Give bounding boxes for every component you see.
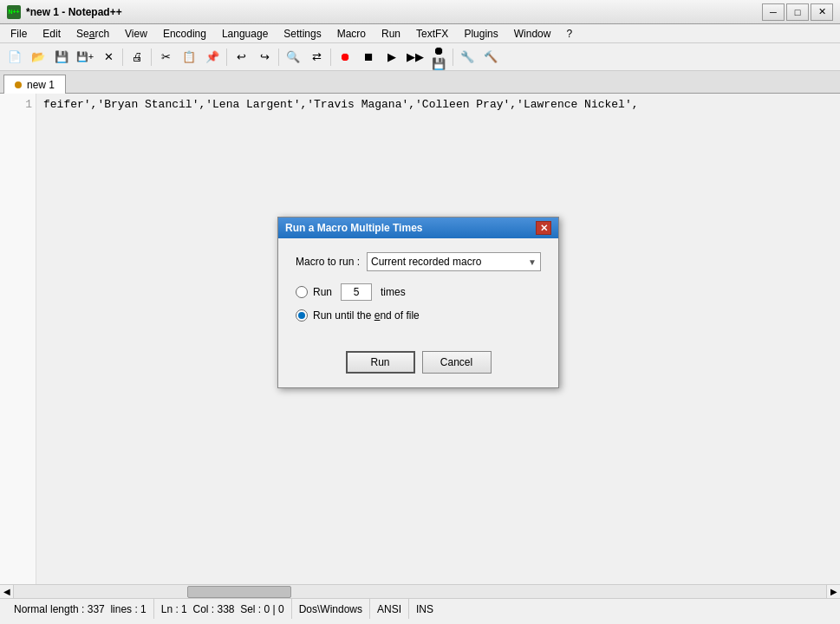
menu-textfx[interactable]: TextFX <box>409 24 455 42</box>
toolbar-save-all[interactable]: 💾+ <box>74 46 96 68</box>
minimize-button[interactable]: ─ <box>762 3 785 21</box>
menu-macro[interactable]: Macro <box>330 24 373 42</box>
toolbar-separator-6 <box>453 49 453 66</box>
macro-select-row: Macro to run : Current recorded macro ▼ <box>296 252 541 271</box>
dialog-buttons: Run Cancel <box>278 344 558 387</box>
toolbar: 📄 📂 💾 💾+ ✕ 🖨 ✂ 📋 📌 ↩ ↪ 🔍 ⇄ ⏺ ⏹ ▶ ▶▶ ⏺💾 🔧… <box>0 43 840 71</box>
macro-dropdown[interactable]: Current recorded macro ▼ <box>367 252 541 271</box>
toolbar-save-macro[interactable]: ⏺💾 <box>427 46 450 68</box>
toolbar-new[interactable]: 📄 <box>3 46 26 68</box>
toolbar-play-multi[interactable]: ▶▶ <box>404 46 427 68</box>
tab-modified-indicator <box>15 81 22 88</box>
toolbar-replace[interactable]: ⇄ <box>305 46 328 68</box>
status-mode: INS <box>409 599 440 619</box>
menu-bar: File Edit Search View Encoding Language … <box>0 24 840 43</box>
cancel-button[interactable]: Cancel <box>422 351 492 374</box>
toolbar-zoom-out[interactable]: 🔨 <box>479 46 502 68</box>
run-until-row: Run until the end of file <box>296 309 541 322</box>
close-button[interactable]: ✕ <box>811 3 833 21</box>
toolbar-undo[interactable]: ↩ <box>230 46 252 68</box>
run-times-label: Run <box>313 286 332 298</box>
toolbar-separator-2 <box>151 49 152 66</box>
menu-language[interactable]: Language <box>215 24 275 42</box>
toolbar-separator-1 <box>122 49 123 66</box>
toolbar-separator-5 <box>330 49 331 66</box>
menu-edit[interactable]: Edit <box>36 24 68 42</box>
tab-bar: new 1 <box>0 71 840 94</box>
toolbar-stop[interactable]: ⏹ <box>357 46 380 68</box>
menu-plugins[interactable]: Plugins <box>457 24 505 42</box>
menu-run[interactable]: Run <box>374 24 407 42</box>
run-times-row: Run times <box>296 283 541 301</box>
line-number-1: 1 <box>3 97 32 113</box>
status-position: Ln : 1 Col : 338 Sel : 0 | 0 <box>154 599 292 619</box>
dropdown-arrow-icon: ▼ <box>528 257 537 267</box>
toolbar-save[interactable]: 💾 <box>50 46 73 68</box>
dialog-body: Macro to run : Current recorded macro ▼ … <box>278 238 558 344</box>
toolbar-print[interactable]: 🖨 <box>126 46 148 68</box>
code-line-1: feifer','Bryan Stancil','Lena Largent','… <box>43 97 833 113</box>
menu-view[interactable]: View <box>118 24 154 42</box>
toolbar-close[interactable]: ✕ <box>97 46 120 68</box>
menu-search[interactable]: Search <box>69 24 116 42</box>
maximize-button[interactable]: □ <box>786 3 809 21</box>
toolbar-zoom-in[interactable]: 🔧 <box>456 46 479 68</box>
run-times-input[interactable] <box>341 283 372 301</box>
toolbar-play[interactable]: ▶ <box>381 46 403 68</box>
menu-settings[interactable]: Settings <box>277 24 328 42</box>
run-until-radio[interactable] <box>296 309 308 322</box>
toolbar-record[interactable]: ⏺ <box>334 46 356 68</box>
toolbar-redo[interactable]: ↪ <box>253 46 276 68</box>
dialog-title-text: Run a Macro Multiple Times <box>285 222 422 234</box>
macro-dialog: Run a Macro Multiple Times ✕ Macro to ru… <box>277 217 559 388</box>
menu-help[interactable]: ? <box>559 24 579 42</box>
menu-file[interactable]: File <box>3 24 34 42</box>
scroll-thumb[interactable] <box>187 586 291 598</box>
menu-window[interactable]: Window <box>507 24 558 42</box>
toolbar-paste[interactable]: 📌 <box>201 46 224 68</box>
horizontal-scrollbar[interactable]: ◀ ▶ <box>0 584 840 598</box>
status-normal-length: Normal length : 337 lines : 1 <box>7 599 154 619</box>
run-until-label: Run until the end of file <box>313 309 420 322</box>
run-button[interactable]: Run <box>346 351 415 374</box>
dialog-close-button[interactable]: ✕ <box>536 221 551 235</box>
menu-encoding[interactable]: Encoding <box>156 24 213 42</box>
title-bar: N++ *new 1 - Notepad++ ─ □ ✕ <box>0 0 840 24</box>
toolbar-open[interactable]: 📂 <box>27 46 49 68</box>
scroll-left-button[interactable]: ◀ <box>0 585 14 599</box>
status-encoding: Dos\Windows <box>292 599 370 619</box>
toolbar-separator-3 <box>226 49 227 66</box>
status-charset: ANSI <box>370 599 409 619</box>
times-suffix-label: times <box>381 286 406 298</box>
tab-new1[interactable]: new 1 <box>3 75 66 94</box>
toolbar-separator-4 <box>278 49 279 66</box>
line-numbers: 1 <box>0 94 36 584</box>
dialog-title-bar[interactable]: Run a Macro Multiple Times ✕ <box>278 218 558 238</box>
toolbar-copy[interactable]: 📋 <box>178 46 200 68</box>
app-icon: N++ <box>7 5 21 19</box>
toolbar-cut[interactable]: ✂ <box>154 46 177 68</box>
tab-label: new 1 <box>27 79 55 91</box>
scroll-track[interactable] <box>14 585 826 598</box>
window-title: *new 1 - Notepad++ <box>26 6 122 18</box>
macro-label: Macro to run : <box>296 256 360 268</box>
macro-dropdown-value: Current recorded macro <box>371 256 481 268</box>
toolbar-find[interactable]: 🔍 <box>282 46 304 68</box>
scroll-right-button[interactable]: ▶ <box>826 585 840 599</box>
status-bar: Normal length : 337 lines : 1 Ln : 1 Col… <box>0 598 840 619</box>
run-times-radio[interactable] <box>296 286 308 298</box>
